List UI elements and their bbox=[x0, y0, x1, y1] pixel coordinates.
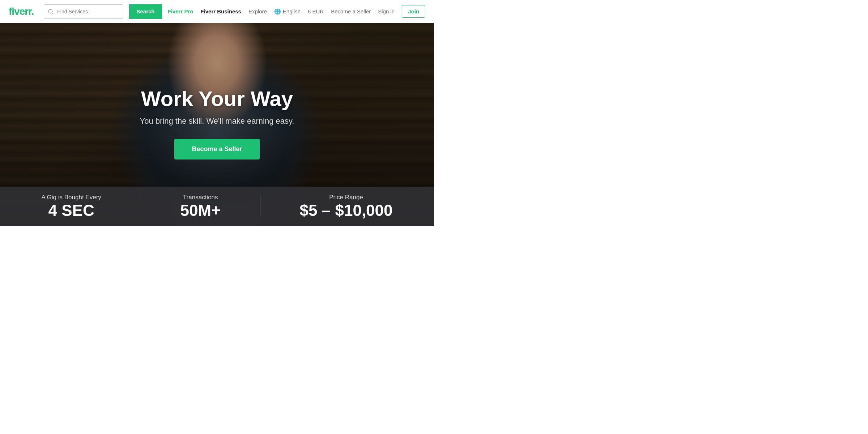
nav-become-seller-link[interactable]: Become a Seller bbox=[331, 8, 371, 14]
search-input[interactable] bbox=[57, 5, 123, 18]
stat-value-0: 4 SEC bbox=[41, 203, 101, 218]
globe-icon: 🌐 bbox=[274, 8, 281, 15]
search-button[interactable]: Search bbox=[129, 4, 162, 19]
stat-divider-2 bbox=[260, 195, 260, 217]
navbar: fiverr. Search Fiverr Pro Fiverr Busines… bbox=[0, 0, 434, 23]
nav-links: Fiverr Pro Fiverr Business Explore 🌐 Eng… bbox=[168, 5, 425, 18]
stat-divider-1 bbox=[141, 195, 141, 217]
nav-pro-link[interactable]: Fiverr Pro bbox=[168, 8, 193, 14]
stat-item-0: A Gig is Bought Every 4 SEC bbox=[41, 194, 101, 218]
stat-label-1: Transactions bbox=[180, 194, 221, 201]
stat-value-2: $5 – $10,000 bbox=[300, 203, 393, 218]
hero-cta-button[interactable]: Become a Seller bbox=[174, 139, 259, 159]
nav-join-button[interactable]: Join bbox=[402, 5, 425, 18]
stats-bar: A Gig is Bought Every 4 SEC Transactions… bbox=[0, 187, 434, 226]
hero-title: Work Your Way bbox=[0, 86, 434, 111]
hero-section: Work Your Way You bring the skill. We'll… bbox=[0, 23, 434, 226]
nav-lang-link[interactable]: 🌐 English bbox=[274, 8, 301, 15]
search-bar bbox=[44, 4, 123, 19]
logo[interactable]: fiverr. bbox=[9, 6, 34, 17]
stat-item-1: Transactions 50M+ bbox=[180, 194, 221, 218]
nav-currency-link[interactable]: € EUR bbox=[308, 8, 324, 14]
hero-content: Work Your Way You bring the skill. We'll… bbox=[0, 86, 434, 159]
stat-label-2: Price Range bbox=[300, 194, 393, 201]
stat-value-1: 50M+ bbox=[180, 203, 221, 218]
nav-signin-link[interactable]: Sign in bbox=[378, 8, 395, 14]
stat-label-0: A Gig is Bought Every bbox=[41, 194, 101, 201]
nav-business-link[interactable]: Fiverr Business bbox=[200, 8, 241, 14]
logo-dot: . bbox=[31, 6, 34, 17]
nav-explore-link[interactable]: Explore bbox=[248, 8, 267, 14]
svg-line-1 bbox=[52, 13, 53, 14]
stat-item-2: Price Range $5 – $10,000 bbox=[300, 194, 393, 218]
logo-text: fiverr bbox=[9, 6, 31, 17]
svg-point-0 bbox=[48, 9, 52, 13]
lang-label: English bbox=[283, 8, 301, 14]
hero-subtitle: You bring the skill. We'll make earning … bbox=[0, 116, 434, 126]
search-icon bbox=[44, 9, 57, 14]
